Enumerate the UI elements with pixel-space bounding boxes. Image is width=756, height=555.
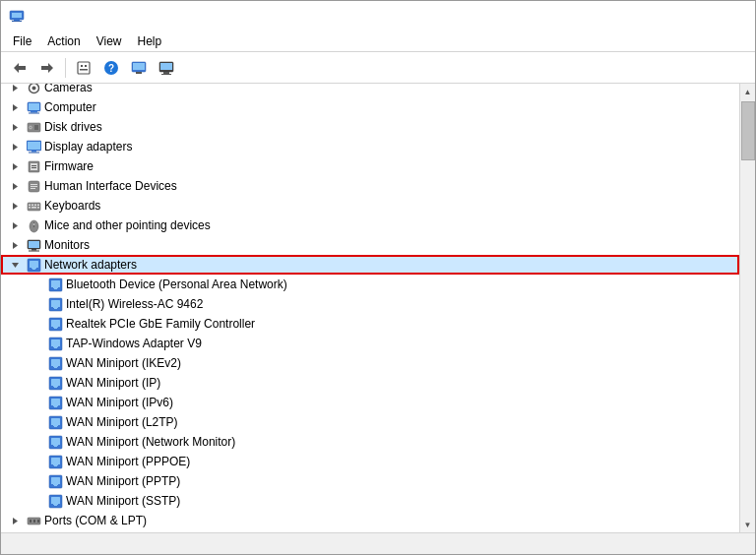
tree-item-hid[interactable]: Human Interface Devices <box>1 176 739 196</box>
svg-rect-1 <box>12 13 22 18</box>
item-label-net12: WAN Miniport (SSTP) <box>66 494 180 508</box>
svg-rect-18 <box>161 74 171 75</box>
tree-item-net9[interactable]: WAN Miniport (Network Monitor) <box>1 432 739 452</box>
toolbar-sep1 <box>65 58 66 78</box>
expand-icon-network[interactable] <box>7 257 23 273</box>
content-area: ♪Audio inputs and outputsBatteriesᛒBluet… <box>1 84 755 532</box>
expand-icon-mice[interactable] <box>7 217 23 233</box>
item-icon-net8 <box>47 414 63 430</box>
svg-rect-121 <box>51 477 60 484</box>
close-button[interactable] <box>702 6 747 26</box>
svg-rect-13 <box>133 63 145 70</box>
menu-action[interactable]: Action <box>39 32 88 50</box>
tree-item-net1[interactable]: Bluetooth Device (Personal Area Network) <box>1 275 739 294</box>
tree-item-ports[interactable]: Ports (COM & LPT) <box>1 511 739 530</box>
item-icon-net6 <box>47 375 63 391</box>
item-label-net1: Bluetooth Device (Personal Area Network) <box>66 278 287 291</box>
maximize-button[interactable] <box>653 6 698 26</box>
tree-item-cameras[interactable]: Cameras <box>1 84 739 97</box>
menu-file[interactable]: File <box>5 32 39 50</box>
svg-rect-82 <box>53 287 58 288</box>
scroll-up[interactable]: ▲ <box>740 84 756 99</box>
item-icon-net2 <box>47 296 63 312</box>
item-icon-display <box>26 139 41 154</box>
item-label-net3: Realtek PCIe GbE Family Controller <box>66 317 255 331</box>
tree-item-net12[interactable]: WAN Miniport (SSTP) <box>1 491 739 511</box>
expand-icon-firmware[interactable] <box>7 158 23 174</box>
expand-icon-monitors[interactable] <box>7 237 23 253</box>
title-bar <box>1 1 755 31</box>
scroll-down[interactable]: ▼ <box>740 517 756 532</box>
svg-rect-36 <box>29 112 39 113</box>
scrollbar: ▲ ▼ <box>739 84 755 532</box>
tree-item-net2[interactable]: Intel(R) Wireless-AC 9462 <box>1 294 739 314</box>
tree-item-network[interactable]: Network adapters <box>1 255 739 275</box>
tree-item-mice[interactable]: Mice and other pointing devices <box>1 216 739 235</box>
tree-item-net10[interactable]: WAN Miniport (PPPOE) <box>1 452 739 471</box>
tree-item-net7[interactable]: WAN Miniport (IPv6) <box>1 393 739 412</box>
expand-icon-computer[interactable] <box>7 99 23 115</box>
item-icon-net10 <box>47 454 63 469</box>
svg-point-41 <box>30 126 32 128</box>
properties-button[interactable] <box>71 56 96 80</box>
svg-marker-4 <box>14 63 26 73</box>
svg-rect-55 <box>31 186 37 187</box>
tree-item-keyboards[interactable]: Keyboards <box>1 196 739 216</box>
expand-icon-keyboards[interactable] <box>7 198 23 214</box>
tree-item-net6[interactable]: WAN Miniport (IP) <box>1 373 739 393</box>
item-label-cameras: Cameras <box>44 84 93 94</box>
expand-icon-disk[interactable] <box>7 119 23 135</box>
svg-rect-51 <box>32 167 36 168</box>
svg-rect-61 <box>34 204 36 206</box>
svg-rect-17 <box>163 72 169 74</box>
svg-rect-6 <box>78 62 90 74</box>
expand-icon-cameras[interactable] <box>7 84 23 95</box>
tree-item-net3[interactable]: Realtek PCIe GbE Family Controller <box>1 314 739 334</box>
tree-item-monitors[interactable]: Monitors <box>1 235 739 255</box>
tree-item-net5[interactable]: WAN Miniport (IKEv2) <box>1 353 739 373</box>
svg-rect-45 <box>32 151 36 153</box>
svg-rect-110 <box>53 425 58 426</box>
expand-icon-hid[interactable] <box>7 178 23 194</box>
menu-help[interactable]: Help <box>130 32 170 50</box>
status-bar <box>1 532 755 554</box>
svg-rect-62 <box>37 204 39 206</box>
svg-rect-97 <box>51 359 60 366</box>
svg-marker-70 <box>13 242 18 249</box>
tree-item-net11[interactable]: WAN Miniport (PPTP) <box>1 471 739 491</box>
menu-view[interactable]: View <box>89 32 130 50</box>
tree-item-disk[interactable]: Disk drives <box>1 117 739 137</box>
tree-item-computer[interactable]: Computer <box>1 97 739 117</box>
svg-rect-78 <box>32 268 36 269</box>
back-button[interactable] <box>7 56 32 80</box>
svg-rect-49 <box>31 163 37 170</box>
svg-rect-119 <box>54 465 57 466</box>
svg-rect-130 <box>30 520 32 523</box>
svg-rect-77 <box>30 261 38 268</box>
item-icon-mice <box>26 217 41 233</box>
minimize-button[interactable] <box>603 6 649 26</box>
tree-item-net8[interactable]: WAN Miniport (L2TP) <box>1 412 739 432</box>
scrollbar-thumb[interactable] <box>741 101 755 160</box>
tree-item-display[interactable]: Display adapters <box>1 137 739 156</box>
update-button[interactable] <box>126 56 152 80</box>
svg-point-31 <box>32 86 35 90</box>
svg-rect-72 <box>29 241 39 248</box>
help-button[interactable]: ? <box>98 56 124 80</box>
device-manager-window: File Action View Help ? <box>0 0 756 555</box>
svg-rect-101 <box>51 379 60 386</box>
svg-marker-66 <box>13 222 18 229</box>
expand-icon-display[interactable] <box>7 139 23 154</box>
forward-button[interactable] <box>34 56 60 80</box>
svg-rect-95 <box>54 347 57 348</box>
expand-icon-ports[interactable] <box>7 513 23 528</box>
svg-rect-109 <box>51 418 60 425</box>
tree-item-net4[interactable]: TAP-Windows Adapter V9 <box>1 334 739 353</box>
svg-rect-105 <box>51 399 60 405</box>
svg-rect-65 <box>37 207 39 209</box>
svg-rect-8 <box>85 65 87 67</box>
device-tree[interactable]: ♪Audio inputs and outputsBatteriesᛒBluet… <box>1 84 739 532</box>
display-button[interactable] <box>154 56 179 80</box>
tree-item-firmware[interactable]: Firmware <box>1 156 739 176</box>
item-icon-net3 <box>47 316 63 332</box>
